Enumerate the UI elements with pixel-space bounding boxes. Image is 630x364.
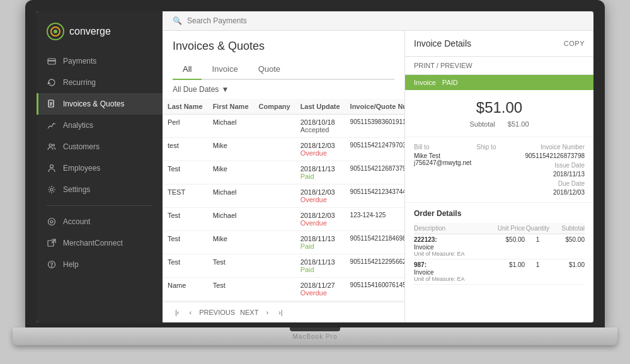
svg-point-13 [49, 219, 55, 225]
first-page-button[interactable]: |‹ [173, 307, 182, 317]
tab-quote[interactable]: Quote [248, 59, 290, 80]
analytics-label: Analytics [63, 121, 93, 130]
order-item-desc: 987: Invoice Unit of Measure: EA [414, 259, 491, 285]
order-item-name: Invoice [414, 269, 491, 276]
next-page-button[interactable]: › [263, 307, 271, 317]
invoices-tbody: Perl Michael 2018/10/18 Accepted 9051153… [163, 115, 404, 302]
subtotal-row: Subtotal $51.00 [414, 120, 585, 128]
cell-last-update: 2018/12/03 Overdue [295, 185, 345, 208]
table-row[interactable]: Test Mike 2018/11/13 Paid 90511542126873… [163, 161, 404, 185]
pagination: |‹ ‹ PREVIOUS NEXT › ›| [163, 302, 404, 322]
tab-all[interactable]: All [173, 59, 202, 80]
cell-company [254, 254, 295, 278]
bill-to-label: Bill to [414, 144, 471, 151]
sidebar-item-recurring[interactable]: Recurring [37, 72, 163, 93]
sidebar-item-help[interactable]: Help [37, 254, 163, 275]
cell-company [254, 138, 295, 161]
cell-last-name: TEST [163, 185, 208, 208]
table-row[interactable]: TEST Michael 2018/12/03 Overdue 90511542… [163, 185, 404, 208]
sidebar-item-employees[interactable]: Employees [37, 157, 163, 179]
cell-last-name: Test [163, 161, 208, 185]
cell-first-name: Test [208, 254, 254, 278]
col-last-update: Last Update [295, 99, 345, 115]
billing-section: Bill to Mike Test j756247@mwytg.net Ship… [405, 137, 593, 203]
cell-last-update: 2018/12/03 Overdue [295, 208, 345, 231]
bill-to-col: Bill to Mike Test j756247@mwytg.net [414, 144, 471, 196]
status-badge: Overdue [301, 196, 327, 203]
merchant-label: MerchantConnect [63, 239, 123, 247]
invoice-number-value: 90511542126873798 [525, 152, 585, 159]
cell-first-name: Test [208, 278, 254, 301]
account-label: Account [63, 217, 90, 226]
ship-to-label: Ship to [476, 144, 520, 151]
status-badge: Paid [301, 242, 314, 250]
status-badge: Accepted [301, 126, 329, 134]
cell-number: 9051154212343744 [345, 185, 404, 208]
table-row[interactable]: test Mike 2018/12/03 Overdue 90511542124… [163, 138, 404, 161]
sidebar: converge Payments [37, 11, 163, 322]
date-filter-dropdown[interactable]: All Due Dates ▼ [173, 85, 229, 94]
invoice-number-label: Invoice Number [525, 144, 585, 151]
order-item-uom: Unit of Measure: EA [414, 251, 491, 257]
app-name: converge [69, 26, 111, 37]
sidebar-item-settings[interactable]: Settings [37, 179, 163, 200]
sidebar-item-analytics[interactable]: Analytics [37, 115, 163, 136]
cell-number: 123-124-125 [345, 208, 404, 231]
svg-point-9 [49, 144, 52, 147]
col-company: Company [254, 99, 295, 115]
cell-last-update: 2018/10/18 Accepted [295, 115, 345, 138]
cell-first-name: Michael [208, 115, 254, 138]
order-item-code: 222123: [414, 236, 491, 243]
cell-first-name: Mike [208, 138, 254, 161]
cell-company [254, 161, 295, 185]
svg-point-14 [50, 220, 53, 223]
status-badge: Overdue [301, 149, 327, 157]
table-row[interactable]: Test Mike 2018/11/13 Paid 90511542121846… [163, 231, 404, 254]
svg-point-17 [52, 266, 52, 267]
order-details-section: Order Details Description Unit Price Qua… [405, 203, 593, 291]
status-badge: Overdue [301, 289, 327, 297]
cell-first-name: Mike [208, 231, 254, 254]
svg-point-10 [53, 144, 55, 146]
cell-company [254, 278, 295, 301]
invoices-table-container: Last Name First Name Company Last Update… [163, 99, 404, 302]
print-preview-link[interactable]: PRINT / PREVIEW [405, 57, 593, 75]
sidebar-item-account[interactable]: Account [37, 211, 163, 232]
person-icon [47, 163, 57, 173]
payments-label: Payments [63, 57, 96, 65]
sidebar-item-payments[interactable]: Payments [37, 50, 163, 72]
cell-first-name: Michael [208, 208, 254, 231]
cell-last-update: 2018/11/13 Paid [295, 231, 345, 254]
sidebar-bottom: Account MerchantConnect [37, 211, 163, 280]
sidebar-item-invoices[interactable]: Invoices & Quotes [37, 93, 163, 115]
prev-page-label[interactable]: PREVIOUS [199, 309, 235, 316]
laptop-screen: converge Payments [37, 11, 593, 322]
cell-number: 9051154212184698 [345, 231, 404, 254]
details-header: Invoice Details COPY [405, 31, 593, 57]
sidebar-item-merchant[interactable]: MerchantConnect [37, 232, 163, 254]
table-row[interactable]: Test Michael 2018/12/03 Overdue 123-124-… [163, 208, 404, 231]
cell-first-name: Mike [208, 161, 254, 185]
table-row[interactable]: Test Test 2018/11/13 Paid 90511542122956… [163, 254, 404, 278]
sidebar-item-customers[interactable]: Customers [37, 136, 163, 157]
cell-number: 9051154160076145 [345, 278, 404, 301]
col-unit-price: Unit Price [491, 223, 525, 234]
document-icon [47, 99, 57, 109]
status-badge: Paid [301, 173, 314, 180]
sidebar-divider [47, 205, 152, 206]
status-invoice-label: Invoice [414, 79, 436, 86]
copy-button[interactable]: COPY [564, 40, 585, 47]
tab-invoice[interactable]: Invoice [202, 59, 248, 80]
last-page-button[interactable]: ›| [276, 307, 285, 317]
prev-page-button[interactable]: ‹ [187, 307, 195, 317]
next-page-label[interactable]: NEXT [240, 309, 258, 316]
search-input[interactable] [187, 16, 313, 25]
laptop-wrapper: converge Payments [0, 0, 630, 364]
order-table: Description Unit Price Quantity Subtotal… [414, 223, 585, 285]
col-first-name: First Name [208, 99, 254, 115]
top-bar: 🔍 [163, 11, 593, 31]
cell-number: 9051154212295662 [345, 254, 404, 278]
table-row[interactable]: Name Test 2018/11/27 Overdue 90511541600… [163, 278, 404, 301]
cell-number: 9051154212687379 [345, 161, 404, 185]
table-row[interactable]: Perl Michael 2018/10/18 Accepted 9051153… [163, 115, 404, 138]
